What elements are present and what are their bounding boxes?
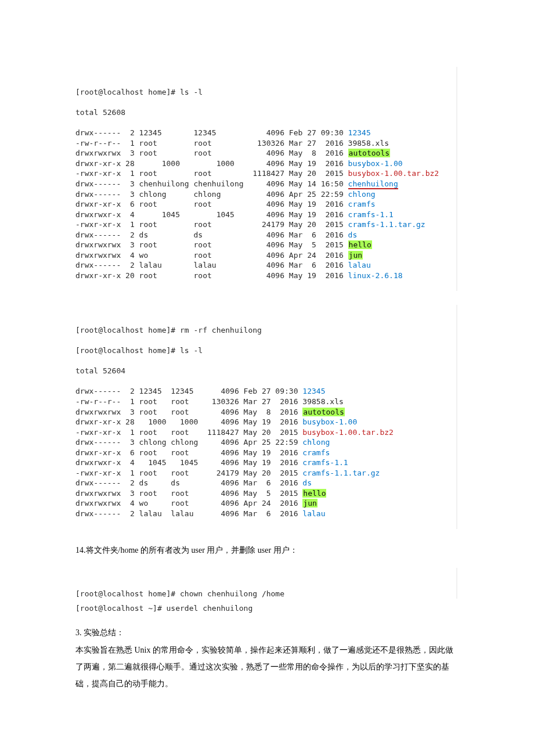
ls-output-1: drwx------ 2 12345 12345 4096 Feb 27 09:… (75, 128, 457, 280)
terminal-block-1: [root@localhost home]# ls -l total 52608… (75, 67, 459, 291)
prompt-line: [root@localhost home]# ls -l (75, 346, 203, 355)
summary-title: 3. 实验总结： (75, 628, 459, 638)
prompt-line: [root@localhost home]# chown chenhuilong… (75, 589, 284, 598)
prompt-line: [root@localhost home]# rm -rf chenhuilon… (75, 326, 262, 334)
terminal-chown: [root@localhost home]# chown chenhuilong… (75, 568, 459, 599)
terminal-scrollbar (456, 568, 457, 599)
terminal-block-2: [root@localhost home]# rm -rf chenhuilon… (75, 305, 459, 529)
prompt-line: [root@localhost ~]# userdel chenhuilong (75, 604, 252, 613)
summary-body: 本实验旨在熟悉 Unix 的常用命令，实验较简单，操作起来还算顺利，做了一遍感觉… (75, 642, 459, 693)
total-line: total 52608 (75, 108, 125, 117)
step-14-text: 14.将文件夹/home 的所有者改为 user 用户，并删除 user 用户： (75, 542, 459, 559)
terminal-scrollbar (456, 67, 457, 291)
prompt-line: [root@localhost home]# ls -l (75, 88, 203, 96)
total-line: total 52604 (75, 366, 125, 375)
ls-output-2: drwx------ 2 12345 12345 4096 Feb 27 09:… (75, 386, 457, 519)
terminal-userdel: [root@localhost ~]# userdel chenhuilong (75, 603, 459, 614)
terminal-scrollbar (456, 305, 457, 529)
